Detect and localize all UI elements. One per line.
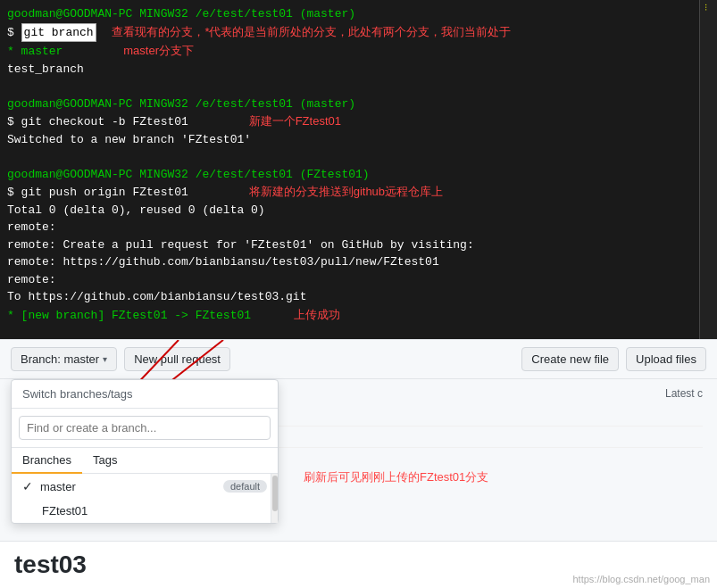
annotation-refresh: 刷新后可见刚刚上传的FZtest01分支 <box>304 469 488 485</box>
annotation-1: 查看现有的分支，*代表的是当前所处的分支，此处有两个分支，我们当前处于 <box>112 25 511 38</box>
create-new-file-button[interactable]: Create new file <box>521 347 619 371</box>
terminal-master: * master <box>7 45 63 58</box>
branch-list: ✓ master default FZtest01 <box>12 474 278 523</box>
terminal-line-10: Total 0 (delta 0), reused 0 (delta 0) <box>7 202 710 219</box>
upload-files-button[interactable]: Upload files <box>626 347 706 371</box>
github-toolbar: Branch: master ▾ New pull request Create… <box>0 340 717 379</box>
branch-selector-button[interactable]: Branch: master ▾ <box>11 347 117 371</box>
terminal-line-3: * master master分支下 <box>7 42 710 61</box>
terminal-blank-2 <box>7 148 710 166</box>
branch-dropdown: Switch branches/tags Branches Tags ✓ mas… <box>11 379 279 524</box>
git-branch-highlight: git branch <box>21 23 96 43</box>
terminal-line-2: $ git branch 查看现有的分支，*代表的是当前所处的分支，此处有两个分… <box>7 23 710 43</box>
dropdown-tabs: Branches Tags <box>12 448 278 474</box>
terminal-total: Total 0 (delta 0), reused 0 (delta 0) <box>7 203 265 217</box>
branch-name-fztest01: FZtest01 <box>42 504 88 518</box>
scrollbar-thumb <box>272 476 278 511</box>
check-icon: ✓ <box>22 479 33 493</box>
latest-label-text: Latest c <box>665 387 703 400</box>
terminal-line-7: Switched to a new branch 'FZtest01' <box>7 131 710 149</box>
terminal: goodman@GOODMAN-PC MINGW32 /e/test/test0… <box>0 0 717 339</box>
tab-tags[interactable]: Tags <box>82 448 128 473</box>
new-pull-request-button[interactable]: New pull request <box>124 347 230 371</box>
default-badge: default <box>223 480 267 493</box>
terminal-line-5: goodman@GOODMAN-PC MINGW32 /e/test/test0… <box>7 95 710 113</box>
terminal-line-9: $ git push origin FZtest01 将新建的分支推送到gith… <box>7 183 710 202</box>
terminal-prompt-2: goodman@GOODMAN-PC MINGW32 /e/test/test0… <box>7 97 355 111</box>
terminal-line-4: test_branch <box>7 61 710 79</box>
terminal-push-cmd: $ git push origin FZtest01 <box>7 186 188 199</box>
annotation-5: 上传成功 <box>294 308 340 321</box>
terminal-new-branch-text: * [new branch] FZtest01 -> FZtest01 <box>7 309 251 322</box>
terminal-test-branch: test_branch <box>7 62 84 76</box>
terminal-blank-1 <box>7 78 710 95</box>
branch-item-fztest01[interactable]: FZtest01 <box>12 499 278 523</box>
terminal-prompt-1: goodman@GOODMAN-PC MINGW32 /e/test/test0… <box>7 7 355 21</box>
terminal-blank-3 <box>7 324 710 339</box>
terminal-dollar-1: $ <box>7 26 21 39</box>
terminal-remote-2: remote: Create a pull request for 'FZtes… <box>7 236 710 254</box>
terminal-remote-1: remote: <box>7 219 710 236</box>
branch-label: Branch: master <box>21 352 99 366</box>
annotation-2: master分支下 <box>123 44 194 57</box>
bottom-section: test03 https://blog.csdn.net/goog_man <box>0 541 717 588</box>
annotation-4: 将新建的分支推送到github远程仓库上 <box>249 185 443 198</box>
branch-search-input[interactable] <box>19 416 271 440</box>
annotation-3: 新建一个FZtest01 <box>249 114 341 128</box>
branch-item-master[interactable]: ✓ master default <box>12 474 278 499</box>
terminal-line-6: $ git checkout -b FZtest01 新建一个FZtest01 <box>7 112 710 131</box>
dropdown-search-area <box>12 409 278 448</box>
terminal-line-8: goodman@GOODMAN-PC MINGW32 /e/test/test0… <box>7 166 710 184</box>
bottom-url: https://blog.csdn.net/goog_man <box>573 574 711 584</box>
terminal-checkout-cmd: $ git checkout -b FZtest01 <box>7 115 188 128</box>
repo-title: test03 <box>14 551 87 578</box>
branch-name-master: master <box>40 480 76 493</box>
dropdown-header: Switch branches/tags <box>12 380 278 409</box>
terminal-remote-3: remote: https://github.com/bianbiansu/te… <box>7 253 710 271</box>
terminal-to: To https://github.com/bianbiansu/test03.… <box>7 288 710 306</box>
terminal-prompt-3: goodman@GOODMAN-PC MINGW32 /e/test/test0… <box>7 168 370 181</box>
terminal-remote-4: remote: <box>7 271 710 289</box>
github-ui-section: Branch: master ▾ New pull request Create… <box>0 339 717 588</box>
terminal-switched: Switched to a new branch 'FZtest01' <box>7 133 251 146</box>
chevron-down-icon: ▾ <box>103 354 107 364</box>
tab-branches[interactable]: Branches <box>12 448 82 474</box>
terminal-line-1: goodman@GOODMAN-PC MINGW32 /e/test/test0… <box>7 5 710 23</box>
dropdown-scrollbar[interactable] <box>271 474 278 523</box>
terminal-new-branch: * [new branch] FZtest01 -> FZtest01 上传成功 <box>7 306 710 325</box>
